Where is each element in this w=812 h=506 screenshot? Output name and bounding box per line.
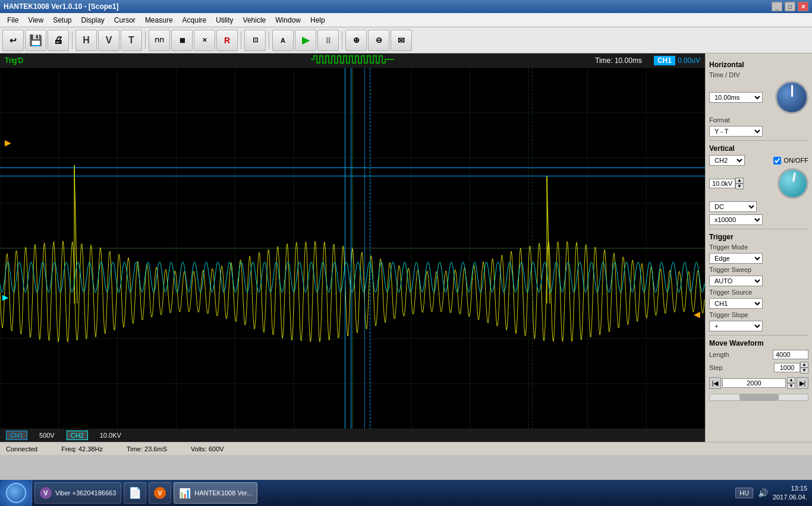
new-button[interactable]: ↩ [2, 30, 24, 51]
nav-up[interactable]: ▲ [787, 377, 795, 383]
vlc-icon: V [154, 487, 166, 499]
taskbar-vlc[interactable]: V [149, 482, 171, 504]
h-button[interactable]: H [75, 30, 97, 51]
step-up[interactable]: ▲ [800, 362, 808, 368]
time-display: Time: 10.00ms [595, 56, 642, 65]
ch2-info-label: CH2 [67, 431, 88, 440]
coupling-select[interactable]: DC AC GND [709, 201, 757, 212]
print-button[interactable]: 🖨 [48, 30, 69, 51]
menu-utility[interactable]: Utility [211, 13, 238, 27]
menu-file[interactable]: File [2, 13, 23, 27]
trigger-source-label: Trigger Source [709, 289, 752, 296]
start-button[interactable] [0, 480, 32, 506]
cursor-button[interactable]: ⊡ [244, 30, 266, 51]
system-clock: 13:15 2017.06.04. [773, 484, 807, 502]
nav-spinners: ▲ ▼ [787, 377, 795, 389]
nav-row: |◀ ▲ ▼ ▶| [709, 377, 808, 389]
separator-2 [145, 31, 146, 49]
taskbar-notepad[interactable]: 📄 [124, 482, 146, 504]
time-info: Time: 23.6mS [127, 445, 167, 453]
trigger-slope-select[interactable]: + - [709, 321, 763, 331]
email-button[interactable]: ✉ [391, 30, 412, 51]
maximize-button[interactable]: □ [785, 2, 795, 11]
taskbar-hantek[interactable]: 📊 HANTEK1008 Ver... [174, 482, 257, 504]
step-input[interactable] [774, 363, 800, 372]
waveform-scrollbar[interactable] [709, 394, 808, 401]
scope-canvas-wrapper[interactable]: ▶ ▶ ◀ [0, 68, 705, 429]
volt-div-input[interactable] [709, 179, 735, 188]
volt-div-down[interactable]: ▼ [735, 184, 744, 189]
trigger-source-row: Trigger Source [709, 289, 808, 296]
close-button[interactable]: ✕ [798, 2, 808, 11]
menu-window[interactable]: Window [270, 13, 306, 27]
connected-status: Connected [6, 445, 37, 453]
trigger-sweep-control: AUTO NORMAL SINGLE [709, 276, 808, 286]
trigger-sweep-row: Trigger Sweep [709, 266, 808, 273]
menu-display[interactable]: Display [77, 13, 109, 27]
frequency-info: Freq: 42.38Hz [61, 445, 103, 453]
start-orb-icon [6, 483, 26, 503]
v-button[interactable]: V [98, 30, 119, 51]
ch1-label-badge: CH1 [654, 56, 675, 65]
length-row: Length [709, 350, 808, 359]
volt-div-row: ▲ ▼ [709, 168, 808, 199]
toolbar: ↩ 💾 🖨 H V T ⊓⊓ ▦ ✕ R ⊡ A ▶ ⏸ ⊕ ⊖ ✉ [0, 27, 812, 53]
ch1-info-volt: 500V [39, 432, 55, 439]
probe-select[interactable]: x10000 x1000 x100 [709, 214, 763, 225]
window-controls: _ □ ✕ [772, 2, 808, 11]
lang-badge[interactable]: HU [735, 488, 753, 498]
step-row: Step ▲ ▼ [709, 362, 808, 374]
menu-acquire[interactable]: Acquire [178, 13, 212, 27]
ref-button[interactable]: R [216, 30, 238, 51]
trigger-sweep-select[interactable]: AUTO NORMAL SINGLE [709, 276, 763, 286]
vertical-channel-row: CH2 CH1 ON/OFF [709, 155, 808, 166]
step-down[interactable]: ▼ [800, 368, 808, 374]
menu-cursor[interactable]: Cursor [109, 13, 140, 27]
minimize-button[interactable]: _ [772, 2, 782, 11]
format-select[interactable]: Y - T [709, 126, 763, 137]
zoom-out-button[interactable]: ⊖ [368, 30, 389, 51]
titlebar: HANTEK1008 Ver1.0.10 - [Scope1] _ □ ✕ [0, 0, 812, 13]
channel-select[interactable]: CH2 CH1 [709, 155, 745, 166]
zoom-in-button[interactable]: ⊕ [345, 30, 367, 51]
trigger-sweep-label: Trigger Sweep [709, 266, 751, 273]
nav-input[interactable] [722, 378, 786, 388]
scope-status-bar: Trig'D Time: 10.00ms CH1 0.00uV [0, 53, 705, 68]
pulse-button[interactable]: ⊓⊓ [149, 30, 170, 51]
vertical-section-title: Vertical [709, 144, 808, 153]
right-panel: Horizontal Time / DIV 10.00ms Format Y -… [705, 53, 812, 442]
nav-down[interactable]: ▼ [787, 383, 795, 389]
menu-help[interactable]: Help [306, 13, 330, 27]
on-off-row: ON/OFF [773, 157, 808, 165]
t-button[interactable]: T [121, 30, 142, 51]
trigger-source-select[interactable]: CH1 CH2 [709, 298, 763, 309]
on-off-checkbox[interactable] [773, 157, 781, 165]
time-div-select[interactable]: 10.00ms [709, 92, 763, 103]
trigger-source-control: CH1 CH2 [709, 298, 808, 309]
save-button[interactable]: 💾 [25, 30, 46, 51]
time-div-label: Time / DIV [709, 71, 740, 78]
volt-div-up[interactable]: ▲ [735, 178, 744, 184]
stop-button[interactable]: ⏸ [317, 30, 339, 51]
volt-div-knob[interactable] [778, 168, 808, 199]
trigger-slope-row: Trigger Slope [709, 311, 808, 318]
taskbar-viber[interactable]: V Viber +36204186663 [34, 482, 121, 504]
divider-3 [709, 335, 808, 336]
menu-measure[interactable]: Measure [140, 13, 178, 27]
menu-view[interactable]: View [23, 13, 48, 27]
fft-button[interactable]: ▦ [171, 30, 193, 51]
xy-button[interactable]: ✕ [194, 30, 215, 51]
menu-vehicle[interactable]: Vehicle [238, 13, 271, 27]
nav-end-button[interactable]: ▶| [797, 377, 808, 389]
length-input[interactable] [773, 350, 808, 359]
menu-setup[interactable]: Setup [48, 13, 76, 27]
run-button[interactable]: ▶ [295, 30, 316, 51]
oscilloscope-canvas[interactable] [0, 68, 705, 429]
trigger-mode-select[interactable]: Edge Pulse Video [709, 253, 763, 264]
title-text: HANTEK1008 Ver1.0.10 - [Scope1] [4, 2, 118, 11]
clock-time: 13:15 [773, 484, 807, 493]
nav-start-button[interactable]: |◀ [709, 377, 721, 389]
time-div-knob[interactable] [775, 81, 808, 114]
auto-button[interactable]: A [272, 30, 294, 51]
format-row: Format [709, 116, 808, 124]
